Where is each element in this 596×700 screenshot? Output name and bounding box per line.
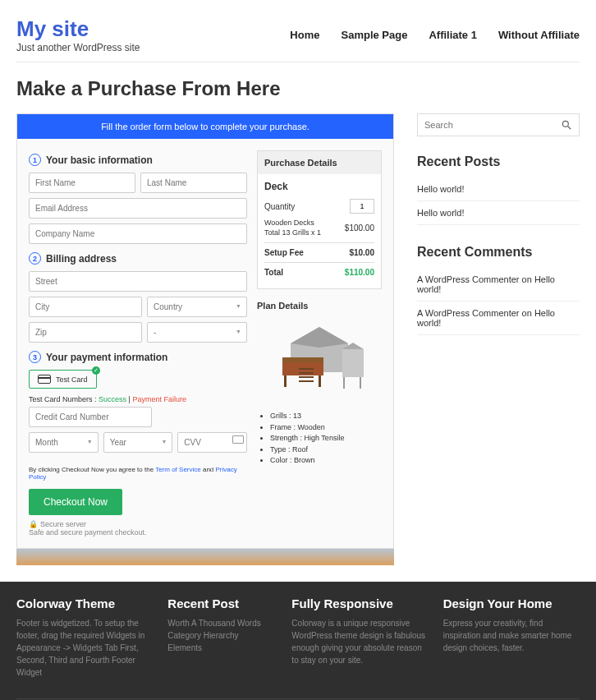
footer-col-3: Fully Responsive Colorway is a unique re… <box>291 596 428 679</box>
svg-marker-1 <box>291 327 348 348</box>
footer-col-4-text: Express your creativity, find inspiratio… <box>443 617 580 654</box>
plan-details-head: Plan Details <box>257 301 382 311</box>
site-title[interactable]: My site <box>16 16 140 42</box>
footer-col-2-text[interactable]: Worth A Thousand Words Category Hierarch… <box>167 617 277 654</box>
recent-comments-heading: Recent Comments <box>417 245 580 260</box>
svg-rect-6 <box>284 375 287 387</box>
order-instruction: Fill the order form below to complete yo… <box>17 114 393 139</box>
recent-post-link[interactable]: Hello world! <box>417 177 580 201</box>
step-3-number: 3 <box>29 351 41 363</box>
nav-home[interactable]: Home <box>290 29 319 41</box>
background-image-strip <box>16 549 394 565</box>
tos-link[interactable]: Term of Service <box>155 466 201 473</box>
purchase-details: Purchase Details Deck Quantity Wooden De… <box>257 150 382 289</box>
step-basic-info-heading: 1 Your basic information <box>29 154 247 166</box>
footer-col-1-text: Footer is widgetized. To setup the foote… <box>16 617 153 679</box>
nav-sample-page[interactable]: Sample Page <box>341 29 407 41</box>
test-success-link[interactable]: Success <box>99 395 126 403</box>
step-3-title: Your payment information <box>46 352 167 363</box>
svg-rect-10 <box>299 376 314 378</box>
test-card-numbers: Test Card Numbers : Success | Payment Fa… <box>29 395 247 403</box>
footer-col-2: Recent Post Worth A Thousand Words Categ… <box>167 596 277 679</box>
email-input[interactable] <box>29 198 247 219</box>
step-payment-heading: 3 Your payment information <box>29 351 247 363</box>
terms-text: By clicking Checkout Now you agree to th… <box>29 466 247 481</box>
footer-col-4-title: Design Your Home <box>443 596 580 610</box>
plan-image <box>257 319 382 401</box>
footer-col-1: Colorway Theme Footer is widgetized. To … <box>16 596 153 679</box>
search-input[interactable] <box>424 120 561 130</box>
site-footer: Colorway Theme Footer is widgetized. To … <box>0 582 596 700</box>
search-icon[interactable] <box>561 119 572 131</box>
plan-feature: Strength : High Tensile <box>270 433 382 444</box>
recent-posts-heading: Recent Posts <box>417 154 580 169</box>
deck-house-icon <box>270 323 369 397</box>
svg-rect-7 <box>319 375 321 387</box>
secure-server: 🔒Secure server <box>29 520 247 528</box>
month-select[interactable] <box>29 432 99 453</box>
country-select[interactable] <box>147 297 247 317</box>
recent-comment[interactable]: A WordPress Commenter on Hello world! <box>417 268 580 302</box>
setup-fee-label: Setup Fee <box>264 248 304 257</box>
recent-post-link[interactable]: Hello world! <box>417 201 580 225</box>
first-name-input[interactable] <box>29 173 135 193</box>
svg-point-14 <box>562 121 568 127</box>
plan-feature: Type : Roof <box>270 444 382 456</box>
payment-card-label: Test Card <box>56 375 88 384</box>
plan-feature: Color : Brown <box>270 455 382 467</box>
search-box[interactable] <box>417 113 580 136</box>
credit-card-input[interactable] <box>29 407 152 427</box>
zip-input[interactable] <box>29 322 142 343</box>
quantity-label: Quantity <box>264 202 295 211</box>
footer-col-3-text: Colorway is a unique responsive WordPres… <box>291 617 428 666</box>
product-name: Deck <box>264 181 374 192</box>
line-item-price: $100.00 <box>345 223 374 233</box>
nav-affiliate-1[interactable]: Affiliate 1 <box>429 29 477 41</box>
check-icon: ✓ <box>92 366 100 375</box>
last-name-input[interactable] <box>140 173 247 193</box>
plan-feature: Grills : 13 <box>270 411 382 422</box>
step-1-title: Your basic information <box>46 154 153 166</box>
svg-rect-9 <box>299 372 314 374</box>
primary-nav: Home Sample Page Affiliate 1 Without Aff… <box>290 29 580 41</box>
footer-col-3-title: Fully Responsive <box>291 596 428 610</box>
recent-comment[interactable]: A WordPress Commenter on Hello world! <box>417 302 580 335</box>
checkout-button[interactable]: Checkout Now <box>29 489 122 515</box>
purchase-details-head: Purchase Details <box>258 151 381 174</box>
total-label: Total <box>264 268 283 277</box>
test-failure-link[interactable]: Payment Failure <box>132 395 186 403</box>
state-select[interactable] <box>147 322 247 343</box>
step-2-number: 2 <box>29 252 41 265</box>
year-select[interactable] <box>103 432 173 453</box>
svg-rect-2 <box>342 349 364 377</box>
site-logo: My site Just another WordPress site <box>16 16 140 53</box>
lock-icon: 🔒 <box>29 520 38 528</box>
setup-fee-price: $10.00 <box>349 248 374 257</box>
card-back-icon <box>232 435 244 444</box>
step-2-title: Billing address <box>46 253 117 265</box>
nav-without-affiliate[interactable]: Without Affiliate <box>498 29 580 41</box>
site-tagline: Just another WordPress site <box>16 42 140 53</box>
line-item: Wooden Decks Total 13 Grills x 1 <box>264 219 330 237</box>
plan-features: Grills : 13 Frame : Wooden Strength : Hi… <box>257 411 382 467</box>
step-1-number: 1 <box>29 154 41 166</box>
site-header: My site Just another WordPress site Home… <box>16 16 580 62</box>
total-price: $110.00 <box>345 268 374 277</box>
street-input[interactable] <box>29 271 247 292</box>
payment-method-card[interactable]: ✓ Test Card <box>29 370 97 389</box>
svg-rect-11 <box>299 380 314 382</box>
footer-col-2-title: Recent Post <box>167 596 277 610</box>
step-billing-heading: 2 Billing address <box>29 252 247 265</box>
company-input[interactable] <box>29 223 247 244</box>
plan-feature: Frame : Wooden <box>270 422 382 434</box>
credit-card-icon <box>38 375 51 384</box>
order-form: Fill the order form below to complete yo… <box>16 113 394 549</box>
city-input[interactable] <box>29 297 142 317</box>
footer-col-1-title: Colorway Theme <box>16 596 153 610</box>
page-title: Make a Purchase From Here <box>16 77 580 100</box>
safe-checkout: Safe and secure payment checkout. <box>29 528 247 537</box>
footer-col-4: Design Your Home Express your creativity… <box>443 596 580 679</box>
svg-line-15 <box>568 127 571 130</box>
svg-rect-4 <box>282 357 323 362</box>
quantity-input[interactable] <box>350 199 374 214</box>
